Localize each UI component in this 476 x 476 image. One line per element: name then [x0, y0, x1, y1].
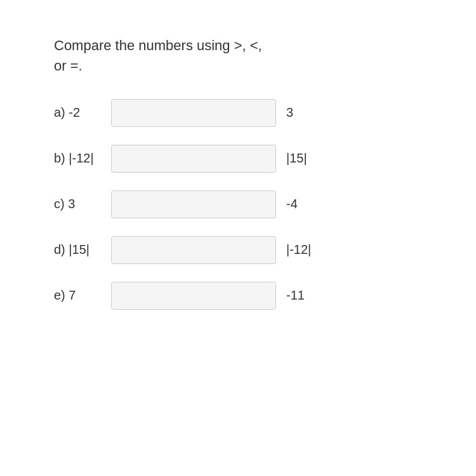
- problem-label-b: b) |-12|: [54, 151, 105, 166]
- problem-label-d: d) |15|: [54, 242, 105, 257]
- instruction-line1: Compare the numbers using >, <,: [54, 37, 262, 53]
- answer-input-e[interactable]: [111, 282, 276, 310]
- answer-input-d[interactable]: [111, 236, 276, 264]
- right-value-d: |-12|: [286, 242, 311, 257]
- card: Compare the numbers using >, <, or =. a)…: [29, 13, 447, 335]
- problem-row-b: b) |-12||15|: [54, 145, 422, 173]
- problem-label-a: a) -2: [54, 105, 105, 120]
- right-value-c: -4: [286, 197, 298, 211]
- problem-label-c: c) 3: [54, 197, 105, 211]
- problem-row-e: e) 7-11: [54, 282, 422, 310]
- problem-list: a) -23b) |-12||15|c) 3-4d) |15||-12|e) 7…: [54, 99, 422, 310]
- answer-input-a[interactable]: [111, 99, 276, 127]
- problem-label-e: e) 7: [54, 288, 105, 303]
- problem-row-d: d) |15||-12|: [54, 236, 422, 264]
- answer-input-c[interactable]: [111, 190, 276, 218]
- instruction-line2: or =.: [54, 58, 83, 74]
- right-value-a: 3: [286, 105, 293, 120]
- page-container: Compare the numbers using >, <, or =. a)…: [0, 0, 476, 476]
- instructions: Compare the numbers using >, <, or =.: [54, 36, 422, 76]
- answer-input-b[interactable]: [111, 145, 276, 173]
- problem-row-c: c) 3-4: [54, 190, 422, 218]
- problem-row-a: a) -23: [54, 99, 422, 127]
- right-value-b: |15|: [286, 151, 307, 166]
- right-value-e: -11: [286, 288, 305, 303]
